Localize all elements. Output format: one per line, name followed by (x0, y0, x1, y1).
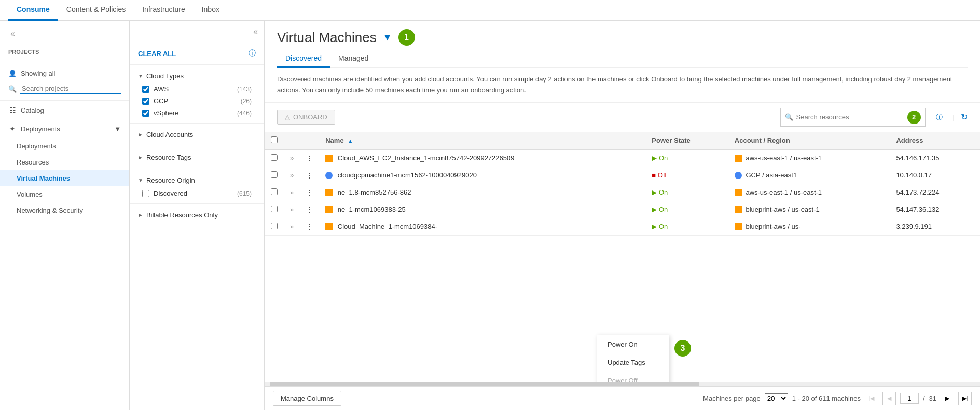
row-address: 54.146.171.35 (890, 149, 980, 167)
bottom-bar: Manage Columns Machines per page 20 50 1… (265, 386, 980, 410)
select-all-checkbox[interactable] (271, 136, 278, 143)
search-icon: 🔍 (785, 113, 793, 121)
collapse-left-sidebar[interactable]: « (8, 27, 17, 40)
row-name: Cloud_Machine_1-mcm1069384- (319, 218, 645, 235)
row-expand[interactable]: » (284, 218, 300, 235)
row-menu[interactable]: ⋮ (300, 218, 319, 235)
account-cloud-icon (735, 189, 742, 196)
vsphere-checkbox[interactable] (142, 110, 149, 117)
header-expand (284, 132, 300, 149)
sidebar-item-virtual-machines[interactable]: Virtual Machines (0, 170, 129, 186)
header-select-all[interactable] (265, 132, 284, 149)
row-checkbox[interactable] (271, 171, 278, 178)
billable-resources-header[interactable]: ► Billable Resources Only (138, 208, 256, 222)
filter-vsphere: vSphere (446) (138, 107, 256, 119)
per-page-select[interactable]: 20 50 100 (765, 393, 788, 403)
row-expand[interactable]: » (284, 149, 300, 167)
discovered-checkbox[interactable] (142, 190, 149, 197)
current-page-input[interactable] (900, 393, 919, 404)
refresh-button[interactable]: ↻ (961, 112, 968, 122)
sidebar-item-catalog[interactable]: ☷ Catalog (0, 101, 129, 119)
header-menu (300, 132, 319, 149)
header-name[interactable]: Name ▲ (319, 132, 645, 149)
main-layout: « Projects 👤 Showing all 🔍 ☷ Catalog ✦ D… (0, 21, 980, 410)
row-expand[interactable]: » (284, 201, 300, 218)
resource-tags-header[interactable]: ► Resource Tags (138, 151, 256, 165)
annotation-badge-2: 2 (907, 111, 921, 124)
row-menu[interactable]: ⋮ (300, 201, 319, 218)
prev-page-button[interactable]: ◀ (882, 392, 896, 405)
row-expand[interactable]: » (284, 184, 300, 201)
table-header-row: Name ▲ Power State Account / Region Addr… (265, 132, 980, 149)
row-checkbox[interactable] (271, 154, 278, 161)
horizontal-scrollbar[interactable] (265, 382, 980, 386)
header-address[interactable]: Address (890, 132, 980, 149)
sidebar-item-resources[interactable]: Resources (0, 154, 129, 170)
first-page-button[interactable]: |◀ (865, 392, 878, 405)
row-account-region: blueprint-aws / us-east-1 (728, 201, 890, 218)
collapse-filter-sidebar[interactable]: « (251, 25, 260, 38)
context-menu-update-tags[interactable]: Update Tags (597, 353, 669, 372)
manage-columns-button[interactable]: Manage Columns (273, 391, 341, 406)
cloud-type-icon (325, 223, 333, 230)
filter-info-icon[interactable]: ⓘ (249, 49, 256, 58)
pagination: Machines per page 20 50 100 1 - 20 of 61… (703, 392, 972, 405)
row-name: Cloud_AWS_EC2_Instance_1-mcm875742-20992… (319, 149, 645, 167)
resource-origin-header[interactable]: ▼ Resource Origin (138, 173, 256, 187)
header-account-region[interactable]: Account / Region (728, 132, 890, 149)
page-range-label: 1 - 20 of 611 machines (792, 394, 861, 402)
sidebar-item-deployments-parent[interactable]: ✦ Deployments ▼ (0, 119, 129, 138)
projects-title: Projects (8, 49, 121, 55)
next-page-button[interactable]: ▶ (941, 392, 954, 405)
filter-section-cloud-accounts: ► Cloud Accounts (130, 123, 264, 146)
clear-all-button[interactable]: CLEAR ALL (138, 50, 176, 58)
page-title-area: Virtual Machines ▼ 1 (277, 29, 968, 46)
annotation-badge-3: 3 (674, 340, 691, 357)
nav-infrastructure[interactable]: Infrastructure (134, 0, 193, 21)
cloud-type-icon (325, 155, 333, 162)
onboard-icon: △ (285, 113, 290, 121)
nav-content-policies[interactable]: Content & Policies (58, 0, 134, 21)
row-address: 54.147.36.132 (890, 201, 980, 218)
row-menu[interactable]: ⋮ (300, 167, 319, 184)
nav-inbox[interactable]: Inbox (194, 0, 228, 21)
last-page-button[interactable]: ▶| (958, 392, 972, 405)
cloud-accounts-header[interactable]: ► Cloud Accounts (138, 128, 256, 142)
row-power-state: ▶ On (645, 149, 728, 167)
header-power-state[interactable]: Power State (645, 132, 728, 149)
search-projects-input[interactable] (20, 84, 121, 94)
tab-discovered[interactable]: Discovered (277, 50, 330, 68)
tab-managed[interactable]: Managed (330, 50, 377, 68)
table-row: » ⋮ Cloud_Machine_1-mcm1069384- ▶ On blu… (265, 218, 980, 235)
row-name: ne_1-mcm1069383-25 (319, 201, 645, 218)
scrollbar-thumb[interactable] (270, 382, 699, 386)
cloud-type-icon (325, 206, 333, 213)
table-row: » ⋮ cloudgcpmachine1-mcm1562-10000409290… (265, 167, 980, 184)
row-checkbox[interactable] (271, 188, 278, 195)
sidebar-item-volumes[interactable]: Volumes (0, 186, 129, 202)
context-menu-power-on[interactable]: Power On (597, 335, 669, 353)
search-info-icon[interactable]: ⓘ (936, 113, 943, 122)
onboard-button[interactable]: △ ONBOARD (277, 110, 335, 125)
row-power-state: ■ Off (645, 167, 728, 184)
nav-consume[interactable]: Consume (8, 0, 58, 21)
row-expand[interactable]: » (284, 167, 300, 184)
aws-checkbox[interactable] (142, 86, 149, 93)
row-checkbox[interactable] (271, 223, 278, 229)
context-menu-power-off[interactable]: Power Off (597, 372, 669, 382)
cloud-types-header[interactable]: ▼ Cloud Types (138, 69, 256, 83)
account-cloud-icon (735, 206, 742, 213)
sidebar-item-networking-security[interactable]: Networking & Security (0, 202, 129, 218)
left-sidebar: « Projects 👤 Showing all 🔍 ☷ Catalog ✦ D… (0, 21, 130, 410)
table-row: » ⋮ ne_1-mcm1069383-25 ▶ On blueprint-aw… (265, 201, 980, 218)
name-sort-icon: ▲ (348, 138, 353, 144)
gcp-checkbox[interactable] (142, 98, 149, 105)
row-menu[interactable]: ⋮ (300, 149, 319, 167)
sidebar-item-deployments-sub[interactable]: Deployments (0, 138, 129, 154)
search-resources-input[interactable] (796, 113, 900, 121)
search-projects-container: 🔍 (0, 81, 129, 101)
row-menu[interactable]: ⋮ (300, 184, 319, 201)
row-checkbox[interactable] (271, 206, 278, 212)
filter-funnel-icon[interactable]: ▼ (383, 32, 392, 43)
toolbar: △ ONBOARD 🔍 2 ⓘ | ↻ (265, 103, 980, 132)
